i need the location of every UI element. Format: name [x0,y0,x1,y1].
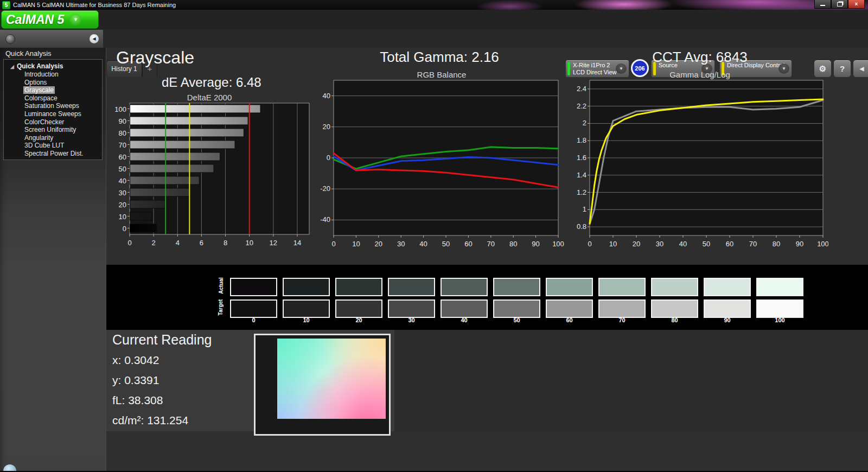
svg-text:14: 14 [293,239,301,247]
actual-row-label: Actual [218,277,224,294]
titlebar: 5 CalMAN 5 CalMAN Ultimate for Business … [0,0,868,10]
svg-text:90: 90 [796,240,803,246]
svg-text:2: 2 [583,119,586,127]
current-reading-value: cd/m²: 131.254 [112,414,188,427]
current-reading-value: x: 0.3042 [112,354,159,367]
toolbar-row: ◀ History 1 + X-Rite i1Pro 2LCD Direct V… [0,29,868,48]
svg-text:30: 30 [119,189,126,197]
actual-swatch-30 [388,278,435,296]
sidebar-item-label: Luminance Sweeps [23,110,82,118]
swatch-level-label: 90 [704,317,751,323]
actual-swatch-40 [441,278,488,296]
cie-points-overlay [256,335,389,434]
swatch-level-label: 80 [651,317,698,323]
svg-text:20: 20 [119,201,126,209]
meter-status-bar [567,62,570,75]
sidebar-item-screen-uniformity[interactable]: Screen Uniformity [23,126,102,134]
collapse-sidebar-button[interactable]: ◀ [90,34,99,43]
current-reading-value: fL: 38.308 [112,394,163,407]
sidebar-item-colorspace[interactable]: Colorspace [23,94,102,103]
calman-logo: CalMAN 5 [6,12,64,27]
workflow-root[interactable]: ◢Quick Analysis [10,62,102,70]
svg-text:-20: -20 [320,184,330,193]
actual-swatch-50 [493,278,540,296]
target-swatch-0 [230,299,277,318]
sidebar-item-introduction[interactable]: Introduction [23,71,102,79]
deltae-chart-svg: 100908070605040302010002468101214 [107,101,312,248]
sidebar-item-label: Colorspace [23,94,59,102]
svg-text:30: 30 [397,240,405,246]
swatch-level-label: 20 [335,317,382,323]
swatch-level-label: 100 [756,317,803,323]
sidebar-item-3d-cube-lut[interactable]: 3D Cube LUT [23,142,102,150]
svg-text:8: 8 [224,239,227,247]
sidebar-item-saturation-sweeps[interactable]: Saturation Sweeps [23,102,102,110]
workflow-root-label: Quick Analysis [17,62,63,70]
svg-text:70: 70 [119,141,126,149]
svg-text:20: 20 [375,240,382,246]
gamma-loglog-svg: 0.811.21.41.61.822.22.401020304050607080… [571,77,828,246]
sidebar-item-label: 3D Cube LUT [23,142,65,149]
sidebar-item-angularity[interactable]: Angularity [23,134,102,142]
target-swatch-90 [704,299,751,318]
sidebar-item-spectral-power-dist-[interactable]: Spectral Power Dist. [23,150,102,158]
window-controls: × [814,0,865,8]
sidebar-item-colorchecker[interactable]: ColorChecker [23,118,102,126]
restore-button[interactable] [831,0,848,9]
total-gamma-readout: Total Gamma: 2.16 [326,49,553,66]
knob-icon[interactable] [5,34,15,44]
svg-text:40: 40 [679,240,687,246]
svg-text:1.4: 1.4 [577,171,586,179]
sidebar-item-label: Introduction [23,71,60,78]
sidebar-header: Quick Analysis [5,49,52,58]
minimize-button[interactable] [814,0,831,9]
swatch-level-label: 50 [493,317,540,323]
calman-logo-menu[interactable]: CalMAN 5 ▼ [1,10,99,29]
target-swatch-100 [756,299,803,318]
svg-text:2.2: 2.2 [577,102,586,110]
svg-text:0: 0 [123,225,126,233]
actual-swatch-90 [704,278,751,296]
svg-text:10: 10 [119,213,126,221]
svg-text:80: 80 [119,129,126,137]
svg-text:70: 70 [487,240,495,246]
actual-swatch-100 [756,278,803,296]
svg-text:90: 90 [532,240,539,246]
chevron-down-icon[interactable]: ▼ [69,14,81,25]
collapse-toolbar-button[interactable]: ◀ [853,60,868,78]
actual-swatch-10 [283,278,330,296]
expand-icon[interactable]: ◢ [10,64,14,69]
svg-text:0: 0 [327,154,330,162]
sidebar-item-label: Saturation Sweeps [23,102,80,110]
help-icon: ? [840,64,845,73]
sidebar-item-luminance-sweeps[interactable]: Luminance Sweeps [23,110,102,118]
window-title: CalMAN 5 CalMAN Ultimate for Business 87… [13,0,176,10]
svg-text:100: 100 [114,105,126,113]
svg-text:80: 80 [773,240,780,246]
svg-text:6: 6 [200,239,203,247]
svg-text:0: 0 [588,240,591,246]
svg-text:10: 10 [609,240,617,246]
help-button[interactable]: ? [833,60,851,78]
target-swatch-30 [388,299,435,318]
target-row-label: Target [218,299,224,316]
svg-text:1.6: 1.6 [577,154,586,162]
actual-swatch-60 [546,278,593,296]
swatch-level-label: 70 [598,317,646,323]
logo-row: CalMAN 5 ▼ [0,10,868,29]
svg-text:70: 70 [749,240,757,246]
swatch-level-label: 60 [546,317,593,323]
sidebar-item-label: Options [23,79,48,86]
svg-text:1.2: 1.2 [577,188,586,196]
sidebar-item-options[interactable]: Options [23,79,102,87]
swatch-level-label: 40 [441,317,488,323]
close-button[interactable]: × [848,0,865,9]
actual-swatch-70 [598,278,646,296]
sidebar-item-grayscale[interactable]: Grayscale [23,86,102,94]
sidebar-item-label: ColorChecker [23,118,65,126]
cie-shift-chart [254,334,391,436]
svg-text:90: 90 [119,117,126,125]
de-average-readout: dE Average: 6.48 [162,75,261,90]
svg-text:12: 12 [270,239,277,247]
target-swatch-40 [441,299,488,318]
